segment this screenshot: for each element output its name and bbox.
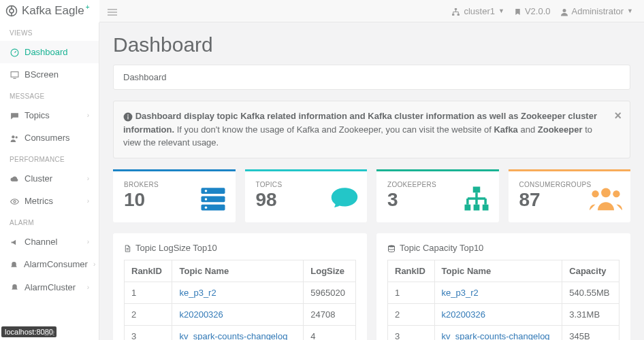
- column-header-topicname: Topic Name: [172, 260, 304, 282]
- svg-point-28: [204, 190, 207, 192]
- table-row: 3kv_spark-counts-changelog345B: [388, 325, 619, 340]
- svg-point-40: [601, 188, 611, 197]
- sidebar-item-alarmcluster[interactable]: AlarmCluster ›: [0, 276, 99, 299]
- sitemap-icon: [462, 180, 491, 213]
- sidebar-item-channel[interactable]: Channel ›: [0, 231, 99, 253]
- cell-rankid: 2: [125, 303, 172, 325]
- column-header-topicname: Topic Name: [434, 260, 562, 282]
- sidebar-item-cluster[interactable]: Cluster ›: [0, 167, 99, 190]
- cell-logsize: 4: [304, 325, 356, 340]
- server-icon: [199, 180, 227, 213]
- sidebar-item-label: Metrics: [25, 196, 53, 206]
- chevron-right-icon: ›: [87, 284, 89, 291]
- monitor-icon: [10, 69, 19, 80]
- bell-icon: [10, 259, 18, 269]
- cell-rankid: 1: [125, 282, 172, 303]
- svg-rect-32: [464, 205, 470, 211]
- column-header-capacity: Capacity: [562, 260, 619, 282]
- chevron-right-icon: ›: [93, 260, 95, 268]
- svg-rect-34: [482, 205, 488, 211]
- table-header-row: RankID Topic Name Capacity: [388, 260, 619, 282]
- sidebar-toggle-button[interactable]: [99, 5, 125, 16]
- alert-kafka-word: Kafka: [494, 124, 517, 135]
- topic-link[interactable]: kv_spark-counts-changelog: [179, 331, 287, 340]
- alert-text-2: and: [518, 124, 538, 135]
- sidebar-item-alarmconsumer[interactable]: AlarmConsumer ›: [0, 253, 99, 275]
- svg-rect-23: [127, 116, 128, 119]
- user-icon: [560, 5, 568, 16]
- svg-rect-4: [108, 9, 117, 10]
- sidebar-item-label: Cluster: [25, 173, 52, 184]
- cell-topicname: k20200326: [172, 303, 304, 325]
- logsize-table: RankID Topic Name LogSize 1ke_p3_r259650…: [124, 260, 356, 340]
- svg-rect-6: [108, 14, 117, 15]
- bullhorn-icon: [10, 237, 19, 247]
- svg-point-19: [12, 135, 14, 138]
- comment-icon: [10, 110, 19, 120]
- caret-down-icon: ▼: [627, 7, 633, 14]
- topic-link[interactable]: k20200326: [442, 309, 485, 320]
- cell-rankid: 3: [125, 325, 172, 340]
- sidebar-item-label: Channel: [25, 237, 57, 247]
- eye-icon: [10, 196, 19, 206]
- comment-icon: [330, 180, 359, 213]
- cell-capacity: 345B: [562, 325, 619, 340]
- brand-sup: +: [86, 3, 90, 11]
- sidebar-item-label: Consumers: [25, 133, 69, 143]
- svg-point-14: [562, 9, 566, 12]
- alert-zookeeper-word: Zookeeper: [538, 124, 583, 135]
- caret-down-icon: ▼: [498, 7, 504, 14]
- page-title: Dashboard: [99, 22, 644, 65]
- column-header-rankid: RankID: [125, 260, 172, 282]
- sidebar-item-label: BScreen: [25, 69, 59, 80]
- info-alert: Dashboard display topic Kafka related in…: [113, 101, 630, 158]
- topbar-right: cluster1 ▼ V2.0.0 Administrator ▼: [451, 5, 644, 16]
- topic-link[interactable]: ke_p3_r2: [179, 288, 216, 298]
- cell-capacity: 540.55MB: [562, 282, 619, 303]
- svg-point-30: [204, 206, 207, 209]
- stat-card-brokers[interactable]: BROKERS 10: [113, 169, 236, 222]
- file-icon: [124, 243, 131, 253]
- logsize-table-card: Topic LogSize Top10 RankID Topic Name Lo…: [113, 233, 367, 341]
- topic-link[interactable]: k20200326: [179, 309, 223, 320]
- version-link[interactable]: V2.0.0: [514, 5, 551, 16]
- bell-icon: [10, 282, 19, 292]
- sidebar-item-label: Dashboard: [25, 47, 68, 57]
- column-header-rankid: RankID: [388, 260, 435, 282]
- table-row: 2k202003263.31MB: [388, 303, 619, 325]
- svg-point-42: [613, 190, 619, 197]
- sidebar-item-consumers[interactable]: Consumers: [0, 126, 99, 149]
- svg-point-45: [389, 245, 395, 247]
- cluster-dropdown[interactable]: cluster1 ▼: [451, 5, 504, 16]
- stat-card-consumergroups[interactable]: CONSUMERGROUPS 87: [509, 169, 631, 222]
- table-row: 3kv_spark-counts-changelog4: [125, 325, 356, 340]
- table-row: 1ke_p3_r25965020: [125, 282, 356, 303]
- sidebar-section-message: Message: [0, 86, 99, 104]
- svg-rect-7: [455, 8, 457, 10]
- alert-close-button[interactable]: ×: [614, 107, 622, 125]
- brand[interactable]: Kafka Eagle +: [0, 0, 99, 22]
- tables-row: Topic LogSize Top10 RankID Topic Name Lo…: [99, 233, 644, 341]
- stat-card-zookeepers[interactable]: ZOOKEEPERS 3: [376, 169, 499, 222]
- breadcrumb: Dashboard: [113, 65, 630, 90]
- users-icon: [10, 133, 19, 143]
- topic-link[interactable]: kv_spark-counts-changelog: [442, 331, 550, 340]
- sidebar-item-topics[interactable]: Topics ›: [0, 104, 99, 126]
- topbar: Kafka Eagle + cluster1 ▼ V2.0.0 Administ…: [0, 0, 644, 22]
- alert-text-1: If you don't know the usage of Kafka and…: [174, 124, 494, 135]
- cell-topicname: ke_p3_r2: [172, 282, 304, 303]
- sidebar-item-bscreen[interactable]: BScreen: [0, 63, 99, 86]
- cell-topicname: kv_spark-counts-changelog: [172, 325, 304, 340]
- sidebar: Views Dashboard BScreen Message Topics ›…: [0, 22, 99, 340]
- sidebar-item-metrics[interactable]: Metrics ›: [0, 190, 99, 212]
- capacity-table: RankID Topic Name Capacity 1ke_p3_r2540.…: [387, 260, 619, 340]
- stat-card-topics[interactable]: TOPICS 98: [245, 169, 368, 222]
- brand-logo-icon: [5, 5, 18, 17]
- sidebar-item-dashboard[interactable]: Dashboard: [0, 41, 99, 63]
- chevron-right-icon: ›: [87, 238, 89, 245]
- table-title-text: Topic Capacity Top10: [400, 243, 483, 253]
- table-row: 1ke_p3_r2540.55MB: [388, 282, 619, 303]
- user-dropdown[interactable]: Administrator ▼: [560, 5, 634, 16]
- topic-link[interactable]: ke_p3_r2: [442, 288, 479, 298]
- capacity-table-title: Topic Capacity Top10: [387, 243, 619, 253]
